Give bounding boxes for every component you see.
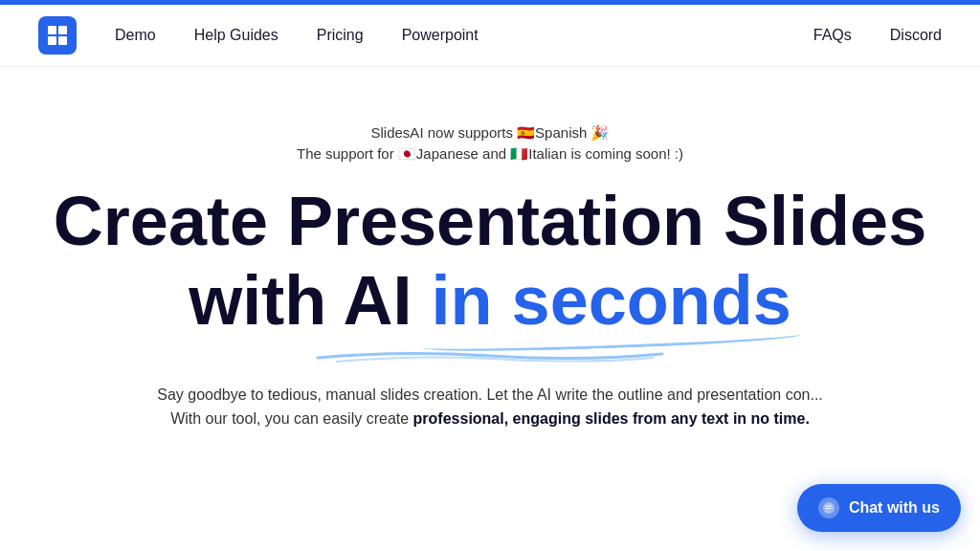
nav-discord[interactable]: Discord [890, 27, 942, 44]
announcement-bar: SlidesAI now supports 🇪🇸Spanish 🎉 The su… [297, 124, 683, 163]
navigation: Demo Help Guides Pricing Powerpoint FAQs… [0, 5, 980, 67]
underline-decoration [308, 346, 672, 364]
announcement-line1: SlidesAI now supports 🇪🇸Spanish 🎉 [297, 124, 683, 142]
logo[interactable] [38, 16, 77, 55]
hero-title: Create Presentation Slides with AI in se… [54, 182, 926, 341]
nav-faqs[interactable]: FAQs [813, 27, 852, 44]
nav-powerpoint[interactable]: Powerpoint [402, 27, 479, 44]
hero-title-part1: Create Presentation Slides [54, 183, 926, 259]
hero-title-part2: with AI [189, 262, 431, 339]
chat-button-label: Chat with us [849, 499, 940, 517]
svg-rect-2 [48, 36, 56, 45]
nav-links: Demo Help Guides Pricing Powerpoint [115, 27, 813, 44]
nav-pricing[interactable]: Pricing [317, 27, 364, 44]
chat-button[interactable]: Chat with us [797, 484, 961, 532]
hero-title-highlight: in seconds [432, 261, 791, 341]
nav-help-guides[interactable]: Help Guides [194, 27, 278, 44]
subtitle-line1: Say goodbye to tedious, manual slides cr… [157, 386, 823, 403]
hero-subtitle: Say goodbye to tedious, manual slides cr… [157, 383, 823, 431]
svg-rect-3 [58, 36, 67, 45]
nav-demo[interactable]: Demo [115, 27, 156, 44]
logo-icon [38, 16, 77, 55]
subtitle-line2-plain: With our tool, you can easily create [170, 410, 412, 427]
svg-rect-0 [48, 26, 56, 34]
announcement-line2: The support for 🇯🇵Japanese and 🇮🇹Italian… [297, 145, 683, 163]
svg-rect-1 [58, 26, 67, 34]
main-content: SlidesAI now supports 🇪🇸Spanish 🎉 The su… [0, 67, 980, 431]
chat-icon [818, 497, 839, 518]
nav-right-links: FAQs Discord [813, 27, 942, 44]
subtitle-line2-bold: professional, engaging slides from any t… [413, 410, 810, 427]
